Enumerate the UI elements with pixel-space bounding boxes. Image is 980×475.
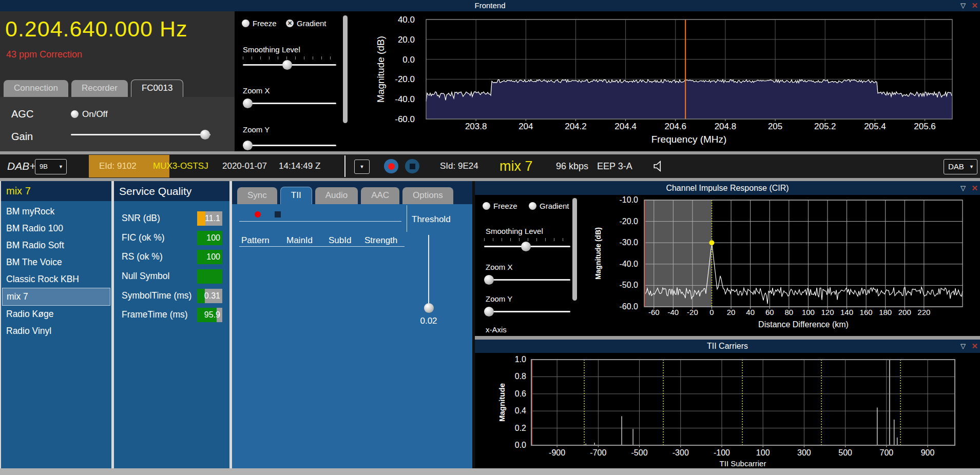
sq-bar-fill — [197, 211, 205, 226]
smoothing-knob[interactable] — [282, 60, 292, 70]
svg-text:-700: -700 — [590, 448, 606, 457]
record-button[interactable] — [384, 159, 398, 173]
spectrum-controls-scrollbar[interactable] — [343, 15, 348, 123]
spectrum-zoomy-slider[interactable] — [243, 141, 336, 151]
svg-text:0.0: 0.0 — [515, 441, 526, 449]
stop-square-icon — [410, 164, 415, 169]
details-tab-aac[interactable]: AAC — [361, 187, 399, 204]
tii-tab-content: Threshold PatternMainIdSubIdStrength 0.0… — [232, 204, 472, 468]
sq-label: SymbolTime (ms) — [122, 290, 191, 301]
stations-panel: mix 7 BM myRockBM Radio 100BM Radio Soft… — [0, 181, 111, 468]
gain-slider[interactable] — [71, 130, 210, 140]
cir-zoomy-knob[interactable] — [484, 307, 494, 316]
tii-titlebar: TII Carriers ▽ ✕ — [475, 340, 980, 353]
cir-freeze-radio[interactable] — [483, 202, 490, 210]
svg-text:Magnitude: Magnitude — [497, 383, 506, 422]
cir-zoomx-track[interactable] — [484, 279, 570, 281]
tuner-tab-recorder[interactable]: Recorder — [71, 80, 128, 97]
tii-column-pattern[interactable]: Pattern — [241, 235, 270, 246]
svg-text:-40: -40 — [668, 308, 679, 316]
output-device-select[interactable]: DAB ▼ — [944, 159, 977, 174]
svg-text:205.4: 205.4 — [864, 122, 886, 131]
threshold-slider-track[interactable] — [428, 235, 429, 308]
details-tab-sync[interactable]: Sync — [237, 187, 277, 204]
tii-column-mainid[interactable]: MainId — [286, 235, 313, 246]
tuner-tab-fc0013[interactable]: FC0013 — [131, 80, 183, 97]
spectrum-freeze-radio[interactable] — [242, 19, 249, 27]
sq-label: FrameTime (ms) — [122, 309, 188, 320]
station-item[interactable]: BM The Voice — [1, 254, 111, 271]
tii-column-strength[interactable]: Strength — [364, 235, 397, 246]
cir-collapse-icon[interactable]: ▽ — [960, 181, 966, 195]
tii-collapse-icon[interactable]: ▽ — [960, 340, 966, 353]
spectrum-gradient-checkbox[interactable]: ✕ — [286, 19, 294, 27]
details-tabs: SyncTIIAudioAACOptions — [237, 186, 456, 204]
station-item[interactable]: BM myRock — [1, 203, 111, 220]
cir-zoomx-slider[interactable] — [484, 275, 570, 285]
svg-text:0.6: 0.6 — [515, 389, 526, 398]
zoomy-knob[interactable] — [243, 141, 253, 150]
station-item[interactable]: BM Radio Soft — [1, 237, 111, 254]
stop-button[interactable] — [405, 159, 419, 173]
svg-text:40: 40 — [746, 308, 755, 316]
threshold-slider-knob[interactable] — [424, 303, 434, 313]
cir-title: Channel Impulse Response (CIR) — [666, 184, 789, 192]
svg-text:-60.0: -60.0 — [620, 302, 639, 311]
cir-zoomy-slider[interactable] — [484, 307, 570, 317]
station-item[interactable]: Classic Rock KBH — [1, 271, 111, 288]
spectrum-zoomx-slider[interactable] — [243, 98, 336, 109]
cir-zoomy-track[interactable] — [484, 311, 570, 312]
sq-value-bar: 100 — [197, 250, 222, 264]
zoomx-track[interactable] — [243, 103, 336, 104]
svg-text:-60: -60 — [648, 308, 660, 316]
sq-value: 0.31 — [204, 289, 220, 303]
tii-body: 1.00.80.60.40.20.0-900-700-500-300-10010… — [475, 353, 980, 468]
cir-gradient-radio[interactable] — [529, 202, 536, 210]
tii-column-subid[interactable]: SubId — [329, 235, 351, 246]
cir-zoomx-knob[interactable] — [484, 275, 494, 285]
spectrum-zoomy-label: Zoom Y — [243, 125, 270, 134]
cir-smoothing-label: Smoothing Level — [486, 227, 543, 235]
station-item[interactable]: Radio Køge — [1, 306, 111, 323]
cir-smoothing-slider[interactable] — [484, 242, 570, 252]
details-tab-tii[interactable]: TII — [280, 187, 312, 204]
record-options-dropdown[interactable]: ▼ — [354, 160, 370, 174]
station-item[interactable]: BM Radio 100 — [1, 220, 111, 237]
collapse-panel-icon[interactable]: ▽ — [960, 0, 966, 11]
close-panel-icon[interactable]: ✕ — [971, 0, 978, 11]
svg-text:-40.0: -40.0 — [395, 94, 415, 104]
gain-slider-track[interactable] — [71, 134, 210, 135]
svg-text:-500: -500 — [631, 448, 648, 457]
agc-onoff-label: On/Off — [82, 109, 108, 120]
sq-label: SNR (dB) — [122, 213, 160, 224]
spectrum-smoothing-slider[interactable] — [243, 60, 336, 70]
zoomx-knob[interactable] — [243, 98, 253, 108]
zoomy-track[interactable] — [243, 145, 336, 146]
tii-close-icon[interactable]: ✕ — [971, 340, 978, 353]
svg-text:100: 100 — [802, 308, 815, 316]
tii-chart: 1.00.80.60.40.20.0-900-700-500-300-10010… — [475, 353, 980, 468]
sq-value-bar: 100 — [197, 231, 222, 245]
channel-dropdown-arrow: ▼ — [59, 164, 63, 169]
cir-controls-scrollbar[interactable] — [572, 198, 577, 301]
record-dropdown-arrow: ▼ — [360, 164, 364, 169]
channel-value: 9B — [40, 160, 48, 174]
svg-text:0.2: 0.2 — [515, 424, 526, 432]
svg-text:Magnitude (dB): Magnitude (dB) — [375, 36, 386, 103]
sq-label: RS (ok %) — [122, 251, 163, 262]
gain-slider-knob[interactable] — [200, 130, 210, 140]
sq-value: 11.1 — [205, 211, 220, 226]
tuner-tab-connection[interactable]: Connection — [4, 80, 68, 97]
service-quality-title: Service Quality — [114, 181, 229, 201]
station-item[interactable]: Radio Vinyl — [1, 323, 111, 340]
cir-smoothing-knob[interactable] — [521, 242, 531, 251]
svg-text:100: 100 — [756, 448, 770, 457]
speaker-icon[interactable] — [652, 160, 665, 173]
details-tab-options[interactable]: Options — [402, 187, 453, 204]
agc-radio[interactable] — [71, 110, 79, 118]
details-tab-audio[interactable]: Audio — [315, 187, 358, 204]
spectrum-zoomx-label: Zoom X — [243, 86, 270, 95]
station-item[interactable]: mix 7 — [2, 288, 110, 306]
cir-close-icon[interactable]: ✕ — [971, 181, 978, 195]
channel-select[interactable]: 9B ▼ — [35, 159, 67, 174]
